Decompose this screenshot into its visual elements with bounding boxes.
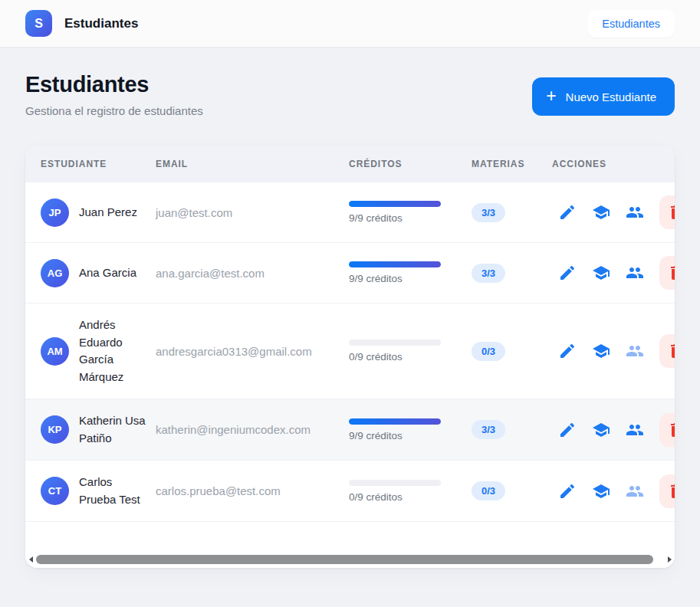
app-logo: S: [25, 10, 52, 37]
student-cell: JP Juan Perez: [41, 185, 156, 240]
materias-cell: 0/3: [472, 468, 552, 513]
horizontal-scrollbar: [25, 551, 675, 568]
delete-button[interactable]: [659, 334, 675, 368]
avatar-initials: CT: [48, 485, 61, 497]
student-email: katherin@ingeniumcodex.com: [156, 410, 349, 449]
student-cell: KP Katherin Usa Patiño: [41, 399, 156, 460]
student-name: Ana Garcia: [79, 264, 146, 282]
pencil-icon: [558, 342, 577, 360]
subjects-button[interactable]: [592, 203, 610, 221]
edit-button[interactable]: [558, 264, 577, 282]
new-student-button-label: Nuevo Estudiante: [566, 90, 656, 103]
subjects-button[interactable]: [592, 421, 610, 439]
actions-cell: [552, 461, 675, 521]
materias-cell: 3/3: [472, 190, 552, 235]
actions-cell: [552, 243, 675, 303]
table-row: KP Katherin Usa Patiño katherin@ingenium…: [25, 399, 675, 461]
materias-cell: 3/3: [472, 251, 552, 296]
main-content: Estudiantes Gestiona el registro de estu…: [0, 72, 700, 568]
delete-button[interactable]: [659, 256, 675, 290]
scroll-right-button[interactable]: [664, 551, 675, 568]
groups-button[interactable]: [626, 421, 644, 439]
groups-button[interactable]: [626, 264, 644, 282]
people-icon: [626, 342, 644, 360]
delete-button[interactable]: [659, 195, 675, 229]
table-header-row: Estudiante Email Créditos Materias Accio…: [25, 146, 675, 182]
trash-icon: [667, 482, 675, 500]
credits-progress-fill: [349, 201, 441, 207]
subjects-button[interactable]: [592, 264, 610, 282]
credits-progress-bar: [349, 261, 441, 267]
people-icon: [626, 421, 644, 439]
table-row: CT Carlos Prueba Test carlos.prueba@test…: [25, 461, 675, 522]
scrollbar-track[interactable]: [36, 551, 664, 568]
avatar: AG: [41, 259, 69, 287]
edit-button[interactable]: [558, 421, 577, 439]
column-header-creditos: Créditos: [349, 159, 472, 169]
edit-button[interactable]: [558, 342, 577, 360]
actions-cell: [552, 321, 675, 381]
credits-cell: 9/9 créditos: [349, 405, 472, 454]
app-title: Estudiantes: [64, 16, 138, 31]
trash-icon: [667, 342, 675, 360]
materias-badge: 3/3: [472, 203, 505, 222]
nav-estudiantes-button[interactable]: Estudiantes: [587, 10, 675, 38]
materias-badge: 0/3: [472, 342, 505, 361]
groups-button[interactable]: [626, 203, 644, 221]
avatar-initials: AM: [47, 346, 62, 357]
scroll-right-arrow-icon: [668, 556, 672, 563]
student-name: Juan Perez: [79, 204, 146, 221]
student-email: carlos.prueba@test.com: [156, 471, 349, 510]
materias-badge: 3/3: [472, 420, 505, 439]
student-email: andresgarcia0313@gmail.com: [156, 332, 349, 371]
column-header-materias: Materias: [472, 159, 552, 169]
table-row: JP Juan Perez juan@test.com 9/9 créditos…: [25, 182, 675, 243]
materias-cell: 3/3: [472, 407, 552, 452]
page-header-text: Estudiantes Gestiona el registro de estu…: [25, 72, 203, 117]
students-table-card: Estudiante Email Créditos Materias Accio…: [25, 146, 675, 568]
people-icon: [626, 482, 644, 500]
student-name: Carlos Prueba Test: [79, 474, 146, 508]
table-row: AM Andrés Eduardo García Márquez andresg…: [25, 304, 675, 399]
graduation-cap-icon: [592, 203, 610, 221]
page-title: Estudiantes: [25, 72, 203, 97]
delete-button[interactable]: [659, 474, 675, 508]
groups-button[interactable]: [626, 342, 644, 360]
column-header-estudiante: Estudiante: [41, 159, 156, 169]
avatar: CT: [41, 477, 69, 505]
graduation-cap-icon: [592, 342, 610, 360]
credits-progress-fill: [349, 261, 441, 267]
actions-cell: [552, 182, 675, 242]
avatar: KP: [41, 415, 69, 444]
trash-icon: [667, 421, 675, 439]
groups-button[interactable]: [626, 482, 644, 500]
subjects-button[interactable]: [592, 482, 610, 500]
student-cell: AM Andrés Eduardo García Márquez: [41, 304, 156, 399]
table-body: JP Juan Perez juan@test.com 9/9 créditos…: [25, 182, 675, 522]
scrollbar-thumb[interactable]: [36, 555, 653, 564]
page-subtitle: Gestiona el registro de estudiantes: [25, 104, 203, 117]
edit-button[interactable]: [558, 482, 577, 500]
materias-cell: 0/3: [472, 329, 552, 374]
credits-progress-bar: [349, 418, 441, 425]
new-student-button[interactable]: + Nuevo Estudiante: [532, 77, 675, 116]
column-header-email: Email: [156, 159, 349, 169]
top-bar: S Estudiantes Estudiantes: [0, 0, 700, 48]
credits-cell: 0/9 créditos: [349, 467, 472, 516]
delete-button[interactable]: [659, 413, 675, 447]
scroll-left-button[interactable]: [25, 551, 36, 568]
student-email: juan@test.com: [156, 193, 349, 232]
credits-cell: 9/9 créditos: [349, 188, 472, 237]
actions-cell: [552, 400, 675, 460]
app-logo-letter: S: [35, 17, 43, 31]
brand: S Estudiantes: [25, 10, 138, 37]
student-cell: AG Ana Garcia: [41, 246, 156, 300]
avatar: AM: [41, 337, 69, 366]
student-name: Katherin Usa Patiño: [79, 412, 146, 447]
edit-button[interactable]: [558, 203, 577, 221]
student-name: Andrés Eduardo García Márquez: [79, 317, 146, 386]
avatar-initials: AG: [48, 267, 63, 279]
credits-label: 0/9 créditos: [349, 351, 472, 363]
page-header: Estudiantes Gestiona el registro de estu…: [25, 72, 675, 117]
subjects-button[interactable]: [592, 342, 610, 360]
